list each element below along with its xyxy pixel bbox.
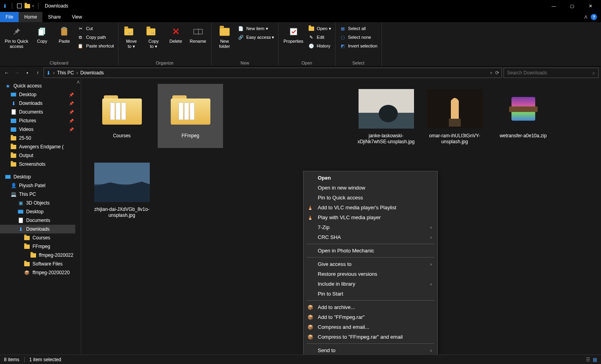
tab-home[interactable]: Home <box>19 12 42 22</box>
sidebar-item-thispc[interactable]: 💻This PC <box>0 190 81 199</box>
invert-selection-button[interactable]: ◩Invert selection <box>338 42 379 50</box>
nav-forward-button[interactable]: → <box>13 68 21 77</box>
select-none-button[interactable]: ▢Select none <box>338 33 379 41</box>
breadcrumb-root[interactable]: This PC <box>57 70 74 76</box>
sidebar-item-dl-ffmpegdate[interactable]: ffmpeg-2020022 <box>0 251 81 260</box>
sidebar-item-desktop[interactable]: Desktop📌 <box>0 90 81 99</box>
sidebar-scrollbar[interactable]: ᐱ <box>75 79 81 355</box>
easy-access-button[interactable]: 🔗Easy access ▾ <box>236 33 276 41</box>
search-input[interactable] <box>507 70 592 76</box>
ctx-photo-mechanic[interactable]: Open in Photo Mechanic <box>303 246 437 256</box>
sidebar-item-downloads[interactable]: ⬇Downloads📌 <box>0 99 81 108</box>
close-button[interactable]: ✕ <box>581 0 599 12</box>
copy-button[interactable]: Copy <box>31 24 53 46</box>
properties-button[interactable]: Properties <box>281 24 305 46</box>
videos-icon <box>10 126 17 133</box>
sidebar-item-dl-courses[interactable]: Courses <box>0 233 81 242</box>
quickaccess-down-icon[interactable]: ⬇ <box>2 3 8 9</box>
view-thumbnails-icon[interactable]: ▦ <box>593 357 597 362</box>
sidebar-item-screenshots[interactable]: Screenshots <box>0 160 81 169</box>
sidebar-item-user[interactable]: 👤Piyush Patel <box>0 181 81 190</box>
sidebar-item-3dobjects[interactable]: ▣3D Objects <box>0 199 81 207</box>
save-icon[interactable] <box>16 3 23 9</box>
breadcrumb-dropdown-icon[interactable]: v <box>490 71 492 75</box>
ctx-open-new-window[interactable]: Open in new window <box>303 183 437 193</box>
ctx-crcsha[interactable]: CRC SHA› <box>303 232 437 242</box>
scroll-up-icon[interactable]: ᐱ <box>77 79 80 85</box>
ctx-give-access[interactable]: Give access to› <box>303 259 437 269</box>
ctx-7zip[interactable]: 7-Zip› <box>303 222 437 232</box>
nav-back-button[interactable]: ← <box>2 68 11 77</box>
sidebar-quick-access[interactable]: ★Quick access <box>0 82 81 90</box>
rar-icon: 📦 <box>24 269 30 276</box>
sidebar-item-avengers[interactable]: Avengers Endgame ( <box>0 142 81 151</box>
breadcrumb-current[interactable]: Downloads <box>80 70 104 76</box>
help-icon[interactable]: ? <box>591 14 597 20</box>
ctx-send-to[interactable]: Send to› <box>303 345 437 355</box>
ctx-restore-previous[interactable]: Restore previous versions <box>303 269 437 279</box>
rename-button[interactable]: Rename <box>187 24 209 46</box>
sidebar-item-dl-ffmpeg[interactable]: FFmpeg <box>0 242 81 251</box>
ctx-add-archive[interactable]: 📦Add to archive... <box>303 302 437 312</box>
move-to-button[interactable]: ← Move to ▾ <box>121 24 142 51</box>
sidebar-item-dl-ffmpeg2[interactable]: 📦ffmpeg-20200220 <box>0 268 81 277</box>
breadcrumb[interactable]: ⬇ › This PC › Downloads v ⟳ <box>44 68 502 78</box>
sidebar-item-pc-documents[interactable]: Documents <box>0 216 81 225</box>
copy-to-button[interactable]: → Copy to ▾ <box>143 24 164 51</box>
sidebar-item-pc-desktop[interactable]: Desktop <box>0 207 81 216</box>
sidebar-item-2550[interactable]: 25-50 <box>0 134 81 142</box>
ribbon-collapse-icon[interactable]: ᐱ <box>584 15 588 20</box>
ctx-vlc-playlist[interactable]: Add to VLC media player's Playlist <box>303 203 437 212</box>
sidebar-item-videos[interactable]: Videos📌 <box>0 125 81 134</box>
sidebar-item-pc-downloads[interactable]: ⬇Downloads <box>0 225 81 233</box>
nav-recent-button[interactable]: ▾ <box>23 68 32 77</box>
svg-rect-15 <box>309 219 311 220</box>
content-area[interactable]: Courses FFmpeg janke-laskowski-xDjiNk7wh… <box>81 79 601 355</box>
delete-button[interactable]: ✕ Delete <box>165 24 187 46</box>
tab-view[interactable]: View <box>66 12 88 22</box>
view-details-icon[interactable]: ☰ <box>586 357 590 362</box>
ctx-vlc-play[interactable]: Play with VLC media player <box>303 212 437 222</box>
file-item-janke[interactable]: janke-laskowski-xDjiNk7whSE-unsplash.jpg <box>353 84 419 148</box>
tab-file[interactable]: File <box>0 12 19 22</box>
file-item-ffmpeg[interactable]: FFmpeg <box>158 84 223 148</box>
ctx-pin-start[interactable]: Pin to Start <box>303 289 437 299</box>
sidebar-item-documents[interactable]: Documents📌 <box>0 108 81 116</box>
sidebar-item-output[interactable]: Output <box>0 151 81 160</box>
folder-icon[interactable] <box>24 3 31 9</box>
select-all-button[interactable]: ▦Select all <box>338 25 379 32</box>
ctx-compress-rar-email[interactable]: 📦Compress to "FFmpeg.rar" and email <box>303 332 437 342</box>
vlc-icon <box>307 214 314 221</box>
new-item-button[interactable]: 📄New item ▾ <box>236 25 276 32</box>
paste-shortcut-button[interactable]: 📋Paste shortcut <box>76 42 115 50</box>
edit-button[interactable]: ✎Edit <box>307 33 333 41</box>
cut-button[interactable]: ✂Cut <box>76 25 115 32</box>
ctx-pin-quick-access[interactable]: Pin to Quick access <box>303 193 437 203</box>
file-item-courses[interactable]: Courses <box>89 84 155 148</box>
file-item-wetransfer[interactable]: wetransfer-a0e10a.zip <box>490 84 556 148</box>
nav-up-button[interactable]: ↑ <box>33 68 42 77</box>
file-item-zhijian[interactable]: zhijian-dai-JXdVGb_8v1o-unsplash.jpg <box>89 157 155 222</box>
tab-share[interactable]: Share <box>42 12 66 22</box>
file-item-omar[interactable]: omar-ram-ihULI3tGnVY-unsplash.jpg <box>422 84 487 148</box>
ctx-include-library[interactable]: Include in library› <box>303 279 437 289</box>
search-box[interactable]: ⌕ <box>504 68 599 78</box>
minimize-button[interactable]: — <box>545 0 563 12</box>
sidebar-desktop-root[interactable]: Desktop <box>0 173 81 181</box>
titlebar-dropdown-icon[interactable]: ▾ <box>32 4 34 8</box>
svg-rect-4 <box>194 29 202 34</box>
pin-quick-access-button[interactable]: Pin to Quick access <box>2 24 31 51</box>
copy-path-button[interactable]: ⧉Copy path <box>76 33 115 41</box>
history-button[interactable]: 🕓History <box>307 42 333 50</box>
ctx-open[interactable]: Open <box>303 173 437 183</box>
ctx-add-rar[interactable]: 📦Add to "FFmpeg.rar" <box>303 312 437 322</box>
open-button[interactable]: Open ▾ <box>307 25 333 32</box>
new-folder-button[interactable]: New folder <box>214 24 235 51</box>
ctx-compress-email[interactable]: 📦Compress and email... <box>303 322 437 332</box>
refresh-icon[interactable]: ⟳ <box>495 70 499 76</box>
sidebar-item-pictures[interactable]: Pictures📌 <box>0 116 81 125</box>
titlebar: ⬇ ▾ Downloads — ▢ ✕ <box>0 0 601 12</box>
maximize-button[interactable]: ▢ <box>563 0 581 12</box>
paste-button[interactable]: Paste <box>53 24 75 46</box>
sidebar-item-dl-software[interactable]: Software Files <box>0 260 81 268</box>
